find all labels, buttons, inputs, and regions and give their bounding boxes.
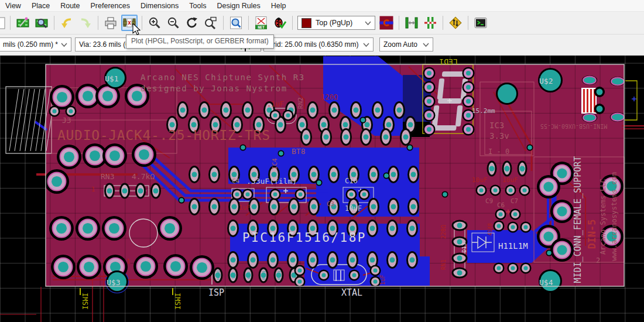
module-browser-icon[interactable] — [33, 15, 50, 31]
reg-pin-label: GND — [505, 165, 509, 172]
reg-pin-label: IN — [489, 166, 494, 171]
silk-c7: C7 — [511, 197, 518, 205]
menu-dimensions[interactable]: Dimensions — [135, 1, 184, 11]
silk-1a: 1 — [91, 186, 95, 193]
silk-pic-label: PIC16F1516/18P — [242, 231, 366, 245]
isp-pin-label: PGC1 — [277, 270, 282, 280]
silk-j3: J3 — [62, 116, 71, 125]
clipped-icon[interactable] — [0, 15, 6, 31]
silk-u3: U$3 — [107, 278, 120, 287]
track-width-combo[interactable]: mils (0.250 mm) * — [0, 37, 71, 52]
main-toolbar: NET Top (PgUp) — [0, 12, 644, 35]
print-icon[interactable] — [102, 15, 119, 31]
silk-c3: C3 — [327, 200, 334, 208]
silk-ic3-io: I - 0 — [488, 148, 509, 156]
track-display-mode-icon[interactable] — [378, 15, 395, 31]
silk-u1: U$1 — [105, 74, 118, 83]
silk-xtal: XTAL — [341, 287, 362, 298]
silk-ic4: IC4 — [271, 158, 279, 170]
silk-audio-jack: AUDIO-JACK4-.25-HORIZ-TRS — [57, 128, 270, 143]
silk-d13-value: 4148 — [487, 223, 493, 236]
silk-rn1-value: 220Ω — [440, 225, 447, 239]
zoom-out-icon[interactable] — [165, 15, 181, 31]
silk-1b: 1 — [126, 258, 131, 265]
toolbar-separator — [468, 16, 468, 30]
menu-bar: View Place Route Preferences Dimensions … — [0, 0, 644, 12]
silk-10uf-b: 10uF — [502, 176, 518, 184]
silk-midi-support: MIDI_CONN_FEMALE_SUPPORT — [573, 156, 583, 283]
silk-ic3: IC3 — [489, 121, 504, 130]
silk-title2: designed by Jonas Nystrom — [141, 84, 287, 93]
chevron-down-icon — [61, 43, 67, 47]
undo-icon[interactable] — [59, 15, 75, 31]
silk-c6: C6 — [497, 201, 505, 209]
swap-layers-icon[interactable] — [447, 15, 464, 31]
toolbar-separator — [399, 16, 399, 30]
silk-10uf-a: 10uF — [472, 176, 488, 184]
silk-din5: DIN-5 — [586, 219, 598, 249]
silk-rn3-value: 4.7kΩ — [132, 172, 155, 181]
zoom-level-combo[interactable]: Zoom Auto — [379, 37, 433, 52]
silk-c4-value: .33uF(film) — [246, 177, 297, 186]
silk-arcano: Arcano Systems LLC — [599, 179, 607, 255]
silk-120ohm: 120Ω — [321, 93, 338, 101]
toolbar-separator — [54, 16, 54, 30]
silk-d13: D13 — [461, 243, 467, 252]
plot-tooltip: Plot (HPGL, PostScript, or GERBER format… — [126, 35, 274, 49]
silk-led1: LED1 — [439, 57, 457, 66]
menu-design-rules[interactable]: Design Rules — [211, 1, 265, 11]
zoom-in-icon[interactable] — [146, 15, 163, 31]
toolbar-separator — [292, 16, 293, 30]
netlist-icon[interactable]: NET — [253, 15, 269, 31]
grid-size-value: Grid: 25.00 mils (0.6350 mm) — [268, 40, 358, 49]
redraw-icon[interactable] — [184, 15, 200, 31]
zoom-level-value: Zoom Auto — [383, 40, 417, 49]
menu-place[interactable]: Place — [26, 1, 55, 11]
silk-imsi-b: IMSI — [173, 293, 181, 310]
window-header: View Place Route Preferences Dimensions … — [0, 0, 644, 56]
silk-usb-part: MINI-USB-UX60-MC-55 — [540, 123, 607, 129]
menu-view[interactable]: View — [0, 1, 26, 11]
silk-website: www.arcanosystems.com — [610, 172, 618, 261]
drc-ladybug-icon[interactable] — [272, 15, 288, 31]
ratsnest-icon[interactable] — [422, 15, 439, 31]
silk-rn3: RN3 — [101, 172, 114, 181]
redo-icon[interactable] — [77, 15, 94, 31]
scripting-console-icon[interactable] — [472, 15, 489, 31]
zoom-to-selection-icon[interactable] — [203, 15, 219, 31]
find-icon[interactable] — [228, 15, 244, 31]
module-editor-icon[interactable] — [15, 15, 31, 31]
silk-c9: C9 — [485, 197, 493, 205]
toolbar-separator — [248, 16, 249, 30]
silk-c10: C10 — [345, 177, 358, 185]
menu-route[interactable]: Route — [55, 1, 85, 11]
chevron-down-icon — [423, 43, 429, 47]
menu-preferences[interactable]: Preferences — [85, 1, 135, 11]
silk-imsi-a: IMSI — [81, 293, 89, 310]
track-width-value: mils (0.250 mm) * — [3, 40, 58, 49]
silk-1uf-mid: 1uF — [239, 204, 251, 211]
isp-pin-label: PGD1 — [262, 270, 266, 280]
layer-selector-value: Top (PgUp) — [316, 19, 352, 27]
isp-pin-label: MISO — [216, 270, 221, 280]
silk-rn1: RN1 — [440, 259, 447, 270]
silk-isp: ISP — [208, 287, 224, 298]
layer-selector[interactable]: Top (PgUp) — [297, 16, 375, 30]
grid-size-combo[interactable]: Grid: 25.00 mils (0.6350 mm) — [263, 37, 374, 52]
silk-p1uf: .1uF — [267, 100, 284, 108]
move-footprints-icon[interactable] — [403, 15, 420, 31]
menu-help[interactable]: Help — [266, 1, 292, 11]
toolbar-separator — [443, 16, 443, 30]
menu-tools[interactable]: Tools — [184, 1, 211, 11]
silk-c10-value: 10uF — [345, 204, 362, 213]
toolbar-separator — [98, 16, 98, 30]
plot-button[interactable] — [121, 15, 138, 31]
isp-pin-label: GND — [246, 272, 251, 279]
chevron-down-icon — [363, 43, 369, 47]
silk-h11l1: H11L1M — [498, 241, 528, 251]
silk-2: 2 — [596, 256, 600, 265]
toolbar-separator — [142, 16, 142, 30]
layer-color-swatch — [302, 18, 311, 28]
silk-title1: Arcano NES Chiptune Synth R3 — [141, 73, 305, 82]
reg-pin-label: OUT — [520, 165, 524, 172]
